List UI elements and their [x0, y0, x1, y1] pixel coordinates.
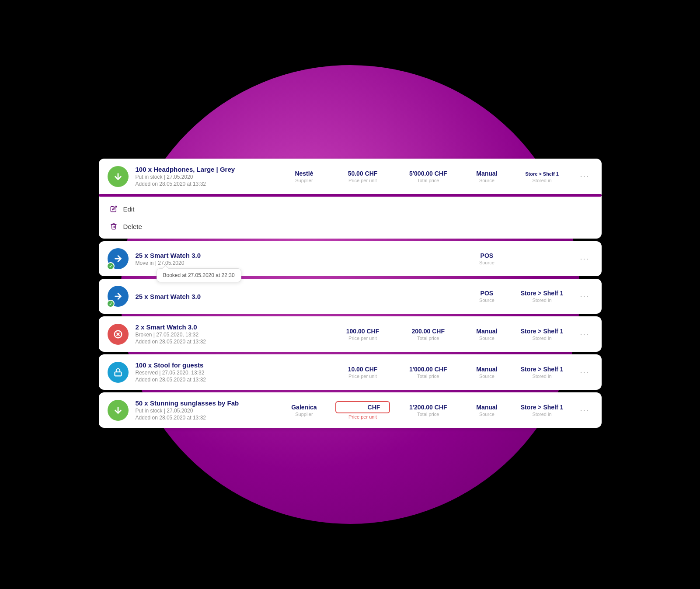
item-title: 2 x Smart Watch 3.0: [136, 323, 273, 331]
source-label: Source: [466, 178, 507, 183]
total-value: 1'000.00 CHF: [397, 366, 459, 373]
card-icon-move-2: ✓: [108, 286, 129, 307]
total-label: Total price: [397, 412, 459, 417]
price-value: 100.00 CHF: [335, 328, 390, 335]
svg-rect-3: [115, 372, 121, 376]
supplier-label: Supplier: [280, 178, 328, 183]
total-label: Total price: [397, 374, 459, 379]
total-label: Total price: [397, 336, 459, 341]
item-added: Added on 28.05.2020 at 13:32: [136, 377, 273, 383]
delete-icon: [109, 222, 118, 231]
total-col: 1'000.00 CHF Total price: [397, 366, 459, 379]
item-title: 25 x Smart Watch 3.0: [136, 252, 273, 259]
edit-label: Edit: [123, 205, 135, 213]
supplier-name: Galenica: [280, 404, 328, 411]
source-label: Source: [466, 374, 507, 379]
item-info-sunglasses: 50 x Stunning sunglasses by Fab Put in s…: [136, 399, 273, 421]
card-dropdown: Edit Delete: [99, 194, 602, 239]
source-col: Manual Source: [466, 404, 507, 417]
card-smartwatch-1: ✓ 25 x Smart Watch 3.0 Move in | 27.05.2…: [99, 241, 602, 276]
price-col: 50.00 CHF Price per unit: [335, 170, 390, 183]
stored-label: Stored in: [515, 374, 570, 379]
card-icon-move: ✓: [108, 248, 129, 269]
item-title: 50 x Stunning sunglasses by Fab: [136, 399, 273, 407]
item-title: 25 x Smart Watch 3.0: [136, 293, 273, 300]
item-status: Broken | 27.05.2020, 13:32: [136, 332, 273, 338]
more-button-2[interactable]: ···: [576, 253, 592, 265]
total-col: 5'000.00 CHF Total price: [397, 170, 459, 183]
source-label: Source: [466, 412, 507, 417]
more-button-3[interactable]: ···: [576, 290, 592, 303]
total-col: 1'200.00 CHF Total price: [397, 404, 459, 417]
more-button[interactable]: ···: [576, 170, 592, 183]
more-button-5[interactable]: ···: [576, 366, 592, 378]
stored-value: Store > Shelf 1: [515, 404, 570, 411]
item-status: Put in stock | 27.05.2020: [136, 174, 273, 180]
supplier-col: Galenica Supplier: [280, 404, 328, 417]
item-added: Added on 28.05.2020 at 13:32: [136, 415, 273, 421]
stored-label: Stored in: [515, 178, 570, 183]
card-smartwatch-broken: 2 x Smart Watch 3.0 Broken | 27.05.2020,…: [99, 316, 602, 352]
card-headphones: 100 x Headphones, Large | Grey Put in st…: [99, 159, 602, 194]
card-sunglasses: 50 x Stunning sunglasses by Fab Put in s…: [99, 392, 602, 428]
source-col: Manual Source: [466, 170, 507, 183]
source-col: POS Source: [466, 290, 507, 303]
source-label: Source: [466, 336, 507, 341]
cards-list: 100 x Headphones, Large | Grey Put in st…: [99, 159, 602, 430]
stored-value: Store > Shelf 1: [515, 328, 570, 335]
source-value: POS: [466, 252, 507, 259]
item-status: Reserved | 27.05.2020, 13:32: [136, 370, 273, 376]
source-value: Manual: [466, 404, 507, 411]
card-smartwatch-2: ✓ 25 x Smart Watch 3.0 POS Source Store …: [99, 279, 602, 314]
price-value: 50.00 CHF: [335, 170, 390, 177]
delete-button[interactable]: Delete: [99, 218, 602, 235]
item-info-smartwatch1: 25 x Smart Watch 3.0 Move in | 27.05.202…: [136, 252, 273, 266]
stored-label: Stored in: [515, 298, 570, 303]
stored-col: Store > Shelf 1 Stored in: [515, 366, 570, 379]
price-label: Price per unit: [335, 178, 390, 183]
stored-value: Store > Shelf 1: [515, 170, 570, 177]
source-value: Manual: [466, 328, 507, 335]
more-button-4[interactable]: ···: [576, 328, 592, 340]
stored-value: Store > Shelf 1: [515, 290, 570, 297]
stored-col: Store > Shelf 1 Stored in: [515, 404, 570, 417]
source-value: POS: [466, 290, 507, 297]
edit-button[interactable]: Edit: [99, 200, 602, 218]
stored-col: Store > Shelf 1 Stored in: [515, 170, 570, 183]
item-status: Put in stock | 27.05.2020: [136, 408, 273, 414]
price-error: Price per unit: [335, 414, 390, 419]
item-added: Added on 28.05.2020 at 13:32: [136, 339, 273, 345]
item-title: 100 x Headphones, Large | Grey: [136, 166, 273, 173]
stored-col: Store > Shelf 1 Stored in: [515, 328, 570, 341]
source-label: Source: [466, 260, 507, 265]
stored-label: Stored in: [515, 412, 570, 417]
total-value: 5'000.00 CHF: [397, 170, 459, 177]
supplier-name: Nestlé: [280, 170, 328, 177]
more-button-6[interactable]: ···: [576, 404, 592, 416]
price-input[interactable]: [340, 404, 366, 411]
price-value: 10.00 CHF: [335, 366, 390, 373]
total-value: 1'200.00 CHF: [397, 404, 459, 411]
edit-icon: [109, 204, 118, 213]
supplier-label: Supplier: [280, 412, 328, 417]
dropdown-items: Edit Delete: [99, 197, 602, 239]
source-col: Manual Source: [466, 328, 507, 341]
stored-col: Store > Shelf 1 Stored in: [515, 290, 570, 303]
price-label: Price per unit: [335, 336, 390, 341]
source-label: Source: [466, 298, 507, 303]
item-info-broken: 2 x Smart Watch 3.0 Broken | 27.05.2020,…: [136, 323, 273, 345]
item-info-headphones: 100 x Headphones, Large | Grey Put in st…: [136, 166, 273, 187]
stored-label: Stored in: [515, 336, 570, 341]
supplier-col: Nestlé Supplier: [280, 170, 328, 183]
price-col: 100.00 CHF Price per unit: [335, 328, 390, 341]
card-icon-broken: [108, 324, 129, 345]
total-col: 200.00 CHF Total price: [397, 328, 459, 341]
item-status: Move in | 27.05.2020: [136, 260, 273, 266]
source-col: POS Source: [466, 252, 507, 265]
item-title: 100 x Stool for guests: [136, 361, 273, 369]
stored-path: Store > Shelf 1: [525, 171, 559, 177]
source-col: Manual Source: [466, 366, 507, 379]
card-stool: 100 x Stool for guests Reserved | 27.05.…: [99, 354, 602, 390]
price-input-wrap[interactable]: CHF: [335, 401, 390, 413]
tooltip-booked: Booked at 27.05.2020 at 22:30: [157, 268, 241, 282]
